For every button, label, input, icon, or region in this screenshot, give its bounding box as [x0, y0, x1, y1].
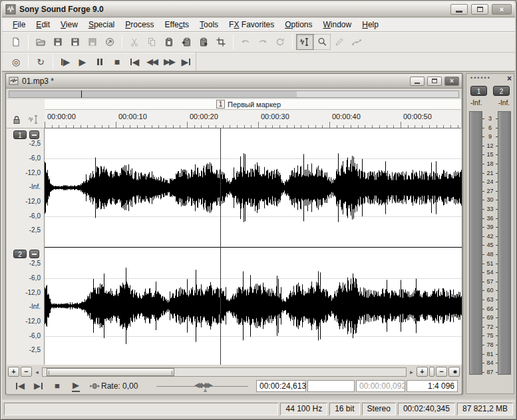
ruler-tick: [180, 125, 180, 128]
menu-process[interactable]: Process: [120, 18, 159, 31]
open-icon[interactable]: [32, 34, 49, 50]
workspace: 01.mp3 * × 1 Первый: [2, 71, 515, 399]
channel-2-button[interactable]: 2: [13, 250, 27, 258]
toolbar-separator: [292, 35, 293, 49]
menu-tools[interactable]: Tools: [194, 18, 224, 31]
selection-start-field[interactable]: [307, 380, 355, 392]
scrub-control-icon[interactable]: [86, 379, 102, 392]
zoom-in-level-icon[interactable]: +: [417, 367, 428, 377]
playbar-play-icon[interactable]: ▶: [68, 379, 84, 392]
meter-scale-label: 78: [483, 342, 497, 348]
db-scale-label: -12,0: [25, 170, 41, 176]
channel-2-collapse-icon[interactable]: [29, 250, 39, 258]
waveform-display[interactable]: [45, 128, 462, 365]
rewind-icon[interactable]: ◀◀: [143, 54, 160, 70]
undo-icon[interactable]: [237, 34, 254, 50]
zoom-in-time-icon[interactable]: +: [8, 367, 19, 377]
paste-to-new-icon[interactable]: [195, 34, 212, 50]
menu-view[interactable]: View: [55, 18, 83, 31]
restore-icon[interactable]: [471, 4, 488, 15]
scroll-right-icon[interactable]: ▸: [408, 367, 415, 377]
save-all-icon[interactable]: [84, 34, 101, 50]
menu-options[interactable]: Options: [279, 18, 317, 31]
repeat-icon[interactable]: [271, 34, 289, 50]
horizontal-scrollbar[interactable]: [42, 367, 407, 377]
lock-icon[interactable]: [12, 115, 21, 124]
trim-icon[interactable]: [212, 34, 230, 50]
menu-special[interactable]: Special: [83, 18, 120, 31]
edit-tool-icon[interactable]: [296, 34, 313, 50]
meter-channel-2-button[interactable]: 2: [493, 86, 510, 96]
play-all-icon[interactable]: ▶: [57, 54, 74, 70]
marker-bar[interactable]: 1 Первый маркер: [45, 99, 461, 110]
menu-fx-favorites[interactable]: FX Favorites: [224, 18, 279, 31]
copy-icon[interactable]: [143, 34, 160, 50]
go-to-start-icon[interactable]: ◀: [126, 54, 143, 70]
channel-1-collapse-icon[interactable]: [29, 130, 39, 139]
save-as-icon[interactable]: ?: [67, 34, 84, 50]
zoom-ratio-field[interactable]: 1:4 096: [407, 380, 458, 392]
minimize-icon[interactable]: [450, 4, 468, 15]
forward-icon[interactable]: ▶▶: [160, 54, 178, 70]
meter-channel-1-button[interactable]: 1: [470, 86, 487, 96]
redo-icon[interactable]: [254, 34, 271, 50]
marker-number[interactable]: 1: [216, 100, 225, 108]
envelope-tool-icon[interactable]: [348, 34, 365, 50]
scroll-left-icon[interactable]: ◂: [33, 367, 41, 377]
panel-grip-icon[interactable]: ••••••: [470, 75, 491, 81]
toolbar-dock-area: [196, 53, 515, 71]
save-icon[interactable]: [49, 34, 67, 50]
marker[interactable]: 1 Первый маркер: [216, 100, 281, 108]
data-window: 01.mp3 * × 1 Первый: [5, 73, 462, 394]
meter-scale-label: 81: [483, 351, 497, 357]
play-icon[interactable]: ▶: [74, 54, 91, 70]
loop-playback-icon[interactable]: ↻: [32, 54, 49, 70]
close-icon[interactable]: ×: [492, 4, 512, 15]
playbar-go-to-start-icon[interactable]: ◀: [12, 379, 28, 392]
menu-help[interactable]: Help: [357, 18, 384, 31]
zoom-out-level-icon[interactable]: −: [436, 367, 447, 377]
scrollbar-thumb[interactable]: [47, 368, 174, 376]
go-to-end-icon[interactable]: ▶: [178, 54, 195, 70]
edit-tool-corner-icon[interactable]: [28, 114, 39, 124]
overview-view-region[interactable]: [9, 91, 297, 97]
channel-1-button[interactable]: 1: [13, 130, 27, 139]
new-icon[interactable]: [7, 34, 25, 50]
panel-close-icon[interactable]: ×: [507, 74, 512, 83]
overview-bar[interactable]: [9, 91, 459, 98]
menu-effects[interactable]: Effects: [160, 18, 194, 31]
pencil-icon[interactable]: [331, 34, 348, 50]
channel-divider[interactable]: [45, 247, 462, 248]
cursor-position-field[interactable]: 00:00:24,613: [256, 380, 306, 392]
playbar-go-to-end-icon[interactable]: ▶: [31, 379, 47, 392]
data-window-title-bar[interactable]: 01.mp3 * ×: [6, 74, 462, 89]
playbar-stop-icon[interactable]: ■: [49, 379, 65, 392]
menu-edit[interactable]: Edit: [31, 18, 55, 31]
meter-scale-label: 42: [483, 234, 497, 240]
doc-close-icon[interactable]: ×: [444, 77, 459, 86]
paste-icon[interactable]: [160, 34, 178, 50]
doc-restore-icon[interactable]: [427, 77, 442, 86]
cut-icon[interactable]: [126, 34, 143, 50]
zoom-out-time-icon[interactable]: −: [21, 367, 32, 377]
pause-icon[interactable]: [91, 54, 108, 70]
publish-icon[interactable]: [101, 34, 118, 50]
menu-file[interactable]: File: [7, 18, 31, 31]
doc-minimize-icon[interactable]: [410, 77, 425, 86]
db-scale-label: -Inf.: [29, 184, 41, 190]
stop-icon[interactable]: ■: [108, 54, 126, 70]
magnify-icon[interactable]: [313, 34, 331, 50]
ruler-tick: [59, 125, 59, 128]
time-ruler[interactable]: 00:00:0000:00:1000:00:2000:00:3000:00:40…: [45, 110, 461, 128]
ruler-tick: [152, 125, 152, 128]
ruler-tick: [230, 125, 230, 128]
zoom-divider[interactable]: [429, 367, 434, 377]
record-icon[interactable]: ◎: [7, 54, 25, 70]
menu-window[interactable]: Window: [318, 18, 357, 31]
ruler-tick: [265, 125, 266, 128]
ruler-tick: [372, 125, 373, 128]
selection-length-field[interactable]: 00:00:00,092: [356, 380, 405, 392]
zoom-selection-icon[interactable]: ◂▸: [448, 367, 460, 377]
ruler-tick: [258, 122, 259, 128]
paste-special-icon[interactable]: [178, 34, 195, 50]
